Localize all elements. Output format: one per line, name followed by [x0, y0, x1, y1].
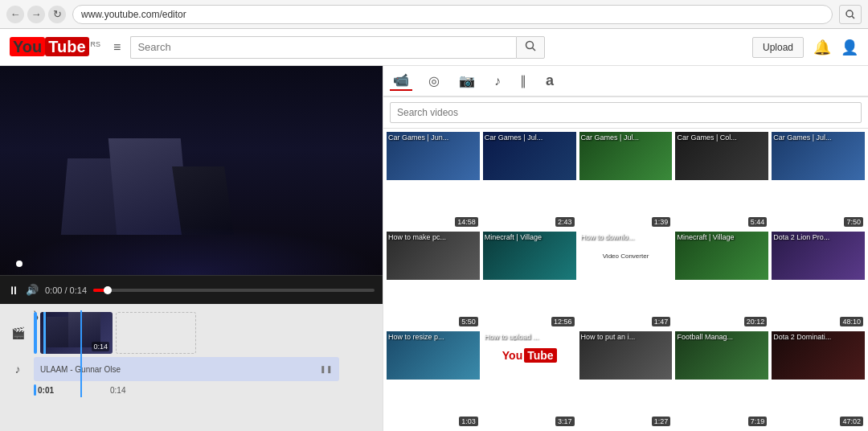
- volume-icon[interactable]: 🔊: [26, 284, 39, 296]
- audio-tool-tab[interactable]: ♪: [491, 72, 504, 90]
- thumb-title: How to put an i...: [581, 333, 671, 341]
- video-progress-bar[interactable]: [93, 289, 375, 292]
- nav-buttons: ← → ↻: [6, 6, 66, 23]
- svg-line-3: [533, 48, 536, 51]
- logo-tube: Tube: [45, 37, 88, 56]
- time-display: 0:00 / 0:14: [45, 285, 87, 295]
- youtube-logo[interactable]: YouTube RS: [10, 38, 100, 56]
- video-thumbnail[interactable]: How to resize p...1:03: [387, 331, 480, 428]
- svg-line-1: [852, 16, 854, 18]
- logo-rs: RS: [91, 40, 101, 48]
- video-thumbnail[interactable]: How to make pc...5:50: [387, 232, 480, 328]
- video-controls: ⏸ 🔊 0:00 / 0:14: [0, 275, 383, 304]
- user-avatar-icon[interactable]: 👤: [841, 39, 858, 56]
- notification-bell-icon[interactable]: 🔔: [813, 39, 831, 56]
- address-bar[interactable]: [72, 5, 833, 24]
- thumb-title: Car Games | Col...: [677, 133, 767, 142]
- browser-search-button[interactable]: [839, 5, 862, 24]
- video-preview: [0, 66, 383, 275]
- video-thumbnail[interactable]: Car Games | Jul...1:39: [579, 132, 673, 228]
- pause-button[interactable]: ⏸: [8, 284, 19, 297]
- video-thumbnail[interactable]: Football Manag...7:19: [675, 331, 768, 428]
- video-tool-tab[interactable]: 📹: [390, 71, 412, 91]
- timeline-ruler: 0:01 0:14: [0, 383, 383, 397]
- thumb-title: Car Games | Jul...: [581, 133, 671, 142]
- transitions-icon: ∥: [520, 73, 526, 88]
- video-thumbnail[interactable]: Car Games | Jul...2:43: [483, 132, 576, 228]
- play-position-indicator: [16, 261, 23, 267]
- menu-icon[interactable]: ≡: [113, 40, 121, 55]
- transitions-tool-tab[interactable]: ∥: [517, 72, 530, 90]
- video-clip[interactable]: 0:14: [40, 312, 113, 354]
- effects-tool-tab[interactable]: ◎: [425, 72, 443, 90]
- thumb-duration: 5:44: [748, 217, 768, 227]
- photo-icon: 📷: [459, 73, 475, 88]
- ruler-start-label: 0:01: [38, 386, 54, 395]
- video-thumbnail[interactable]: Minecraft | Village20:12: [675, 232, 768, 328]
- video-track-row: 🎬 0:14: [0, 310, 383, 355]
- search-bar: [130, 36, 743, 59]
- video-track: 0:14: [34, 312, 376, 354]
- audio-end-marker: ❚❚: [320, 365, 333, 373]
- video-thumbnail[interactable]: Dota 2 Lion Pro...48:10: [772, 232, 865, 328]
- browser-chrome: ← → ↻: [0, 0, 868, 29]
- video-track-icon: 🎬: [6, 322, 29, 344]
- thumb-duration: 2:43: [555, 217, 575, 227]
- thumb-duration: 1:39: [652, 217, 671, 227]
- thumb-duration: 7:19: [748, 417, 768, 426]
- thumb-title: How to upload ...: [485, 333, 575, 341]
- youtube-header: YouTube RS ≡ Upload 🔔 👤: [0, 29, 868, 66]
- search-videos-input[interactable]: [390, 102, 862, 123]
- thumb-title: Car Games | Jul...: [773, 133, 863, 142]
- text-tool-tab[interactable]: a: [542, 71, 557, 91]
- thumb-title: Dota 2 Lion Pro...: [773, 233, 863, 241]
- audio-track-content: ULAAM - Gunnar Olse ❚❚: [34, 357, 376, 381]
- thumb-duration: 1:03: [459, 417, 478, 426]
- video-thumbnail[interactable]: YouTubeHow to upload ...3:17: [483, 331, 576, 428]
- thumb-title: Minecraft | Village: [485, 233, 575, 241]
- video-thumbnail[interactable]: How to put an i...1:27: [579, 331, 673, 428]
- header-right: Upload 🔔 👤: [752, 37, 858, 58]
- ruler-start: 0:01: [34, 384, 54, 396]
- media-toolbar: 📹 ◎ 📷 ♪ ∥ a: [383, 66, 868, 97]
- thumb-title: How to resize p...: [388, 333, 478, 341]
- thumb-duration: 47:02: [840, 417, 863, 426]
- thumb-duration: 7:50: [844, 217, 863, 227]
- thumb-duration: 3:17: [555, 417, 575, 426]
- video-thumbnail[interactable]: Car Games | Jul...7:50: [772, 132, 865, 228]
- video-thumbnail[interactable]: Car Games | Jun...14:58: [387, 132, 480, 228]
- thumb-title: How to downlo...: [581, 233, 671, 241]
- reload-button[interactable]: ↻: [48, 6, 66, 23]
- ruler-end-label: 0:14: [110, 386, 125, 395]
- timeline-wrapper: 〉 🎬: [0, 310, 383, 397]
- effects-icon: ◎: [428, 73, 440, 88]
- clip-start-marker: [43, 312, 46, 354]
- ruler-marker-start: [34, 384, 36, 396]
- thumb-title: How to make pc...: [388, 233, 478, 241]
- back-button[interactable]: ←: [6, 6, 24, 23]
- video-thumbnail[interactable]: Minecraft | Village12:56: [483, 232, 576, 328]
- text-icon: a: [546, 72, 554, 89]
- header-search-button[interactable]: [516, 36, 545, 59]
- upload-button[interactable]: Upload: [752, 37, 804, 58]
- thumb-title: Car Games | Jul...: [485, 133, 575, 142]
- video-grid: Car Games | Jun...14:58Car Games | Jul..…: [383, 129, 868, 431]
- photo-tool-tab[interactable]: 📷: [456, 72, 478, 90]
- logo-text: YouTube: [10, 38, 89, 56]
- music-note-icon: ♪: [494, 74, 501, 88]
- header-search-input[interactable]: [130, 36, 516, 59]
- thumb-title: Minecraft | Village: [677, 233, 767, 241]
- right-panel: 📹 ◎ 📷 ♪ ∥ a Car Games | Jun...14:58Car: [383, 66, 868, 431]
- audio-clip[interactable]: ULAAM - Gunnar Olse ❚❚: [34, 357, 339, 381]
- audio-track-icon: ♪: [6, 358, 29, 380]
- thumb-title: Football Manag...: [677, 333, 767, 341]
- svg-point-2: [526, 42, 534, 49]
- thumb-duration: 14:58: [455, 217, 478, 227]
- video-thumbnail[interactable]: Car Games | Col...5:44: [675, 132, 768, 228]
- thumb-title: Car Games | Jun...: [388, 133, 478, 142]
- thumb-duration: 1:27: [652, 417, 671, 426]
- video-thumbnail[interactable]: Dota 2 Dominati...47:02: [772, 331, 865, 428]
- thumb-title: Dota 2 Dominati...: [773, 333, 863, 341]
- forward-button[interactable]: →: [27, 6, 45, 23]
- video-thumbnail[interactable]: Video ConverterHow to downlo...1:47: [579, 232, 673, 328]
